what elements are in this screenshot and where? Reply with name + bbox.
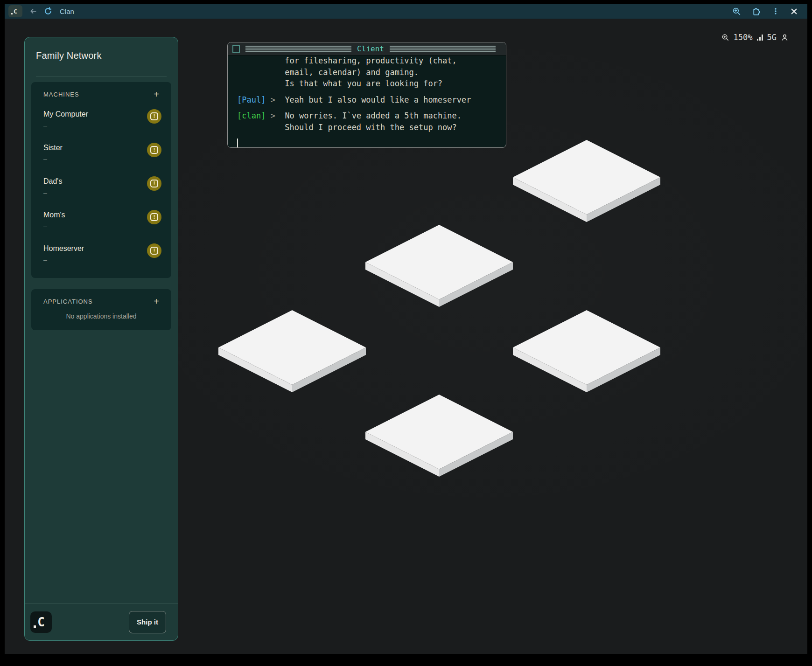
machine-subtext: – xyxy=(43,122,159,129)
ship-it-button[interactable]: Ship it xyxy=(129,611,166,633)
machine-name: My Computer xyxy=(43,110,159,118)
terminal-line: Is that what you are looking for? xyxy=(237,78,506,90)
machine-name: Dad's xyxy=(43,177,159,186)
machine-item[interactable]: Sister–! xyxy=(43,138,159,172)
refresh-icon[interactable] xyxy=(44,7,52,15)
kebab-menu-icon[interactable] xyxy=(771,7,780,15)
terminal-titlebar[interactable]: Client xyxy=(228,42,506,56)
terminal-title: Client xyxy=(357,44,384,53)
terminal-line: [clan] > No worries. I`ve added a 5th ma… xyxy=(237,110,506,122)
message-text: No worries. I`ve added a 5th machine. xyxy=(285,111,462,120)
warning-status-icon: ! xyxy=(147,143,161,157)
message-text: for filesharing, productivity (chat, xyxy=(237,56,457,65)
divider xyxy=(36,76,167,76)
machine-subtext: – xyxy=(43,256,159,264)
warning-status-icon: ! xyxy=(147,210,161,224)
warning-status-icon: ! xyxy=(147,243,161,258)
machine-item[interactable]: Homeserver–! xyxy=(43,239,159,272)
back-arrow-icon[interactable] xyxy=(29,7,37,15)
message-text: Should I proceed with the setup now? xyxy=(237,123,457,132)
message-text: email, calendar) and gaming. xyxy=(237,68,419,77)
person-icon[interactable] xyxy=(781,34,789,42)
zoom-magnifier-icon xyxy=(721,34,729,42)
message-text: Is that what you are looking for? xyxy=(237,79,442,88)
tab-title: Clan xyxy=(60,7,74,15)
family-network-sidebar: Family Network MACHINES + My Computer–!S… xyxy=(24,37,178,641)
machine-name: Sister xyxy=(43,144,159,152)
machine-subtext: – xyxy=(43,222,159,230)
terminal-line: for filesharing, productivity (chat, xyxy=(237,56,506,67)
message-text: Yeah but I also would like a homeserver xyxy=(285,95,471,104)
applications-empty-text: No applications installed xyxy=(43,312,159,320)
clan-logo-icon: C xyxy=(30,611,52,633)
machine-item[interactable]: Dad's–! xyxy=(43,172,159,205)
terminal-input-line[interactable] xyxy=(237,139,506,147)
sidebar-footer: C Ship it xyxy=(25,603,178,640)
terminal-line: Should I proceed with the setup now? xyxy=(237,122,506,133)
machine-subtext: – xyxy=(43,189,159,196)
close-window-icon[interactable] xyxy=(790,7,798,15)
machines-header: MACHINES xyxy=(43,91,79,98)
terminal-body[interactable]: for filesharing, productivity (chat, ema… xyxy=(228,56,506,147)
machine-tile[interactable] xyxy=(218,310,366,392)
applications-header: APPLICATIONS xyxy=(43,298,93,305)
speaker-prefix: [Paul] xyxy=(237,95,266,104)
terminal-line: [Paul] > Yeah but I also would like a ho… xyxy=(237,94,506,106)
titlebar-stripes xyxy=(245,46,351,52)
text-cursor xyxy=(237,139,238,147)
sidebar-header: Family Network xyxy=(25,37,178,76)
status-overlay: 150% 5G xyxy=(721,33,789,42)
add-application-button[interactable]: + xyxy=(154,298,159,305)
machine-item[interactable]: My Computer–! xyxy=(43,104,159,138)
machine-name: Homeserver xyxy=(43,244,159,253)
extensions-puzzle-icon[interactable] xyxy=(751,7,761,16)
machines-list: My Computer–!Sister–!Dad's–!Mom's–!Homes… xyxy=(43,104,159,272)
machine-tile[interactable] xyxy=(365,395,513,477)
warning-status-icon: ! xyxy=(147,176,161,191)
machine-tile[interactable] xyxy=(513,310,660,392)
terminal-close-box[interactable] xyxy=(232,45,240,53)
machine-tile[interactable] xyxy=(365,225,513,307)
machine-tile[interactable] xyxy=(513,140,660,222)
machine-item[interactable]: Mom's–! xyxy=(43,205,159,239)
applications-panel: APPLICATIONS + No applications installed xyxy=(31,289,171,330)
machine-subtext: – xyxy=(43,155,159,163)
add-machine-button[interactable]: + xyxy=(154,90,159,98)
browser-chrome-bar: C Clan xyxy=(5,4,807,19)
client-terminal-window: Client for filesharing, productivity (ch… xyxy=(227,42,506,148)
sidebar-title: Family Network xyxy=(36,50,167,61)
machine-name: Mom's xyxy=(43,211,159,219)
app-canvas: 150% 5G Client for filesharing, producti… xyxy=(5,19,807,654)
network-label: 5G xyxy=(767,33,777,42)
machines-panel: MACHINES + My Computer–!Sister–!Dad's–!M… xyxy=(31,82,171,278)
warning-status-icon: ! xyxy=(147,109,161,124)
signal-bars-icon xyxy=(757,35,763,41)
speaker-prefix: [clan] xyxy=(237,111,266,120)
terminal-line: email, calendar) and gaming. xyxy=(237,67,506,78)
clan-favicon-icon: C xyxy=(8,5,22,17)
zoom-level: 150% xyxy=(734,33,753,42)
zoom-in-icon[interactable] xyxy=(732,7,741,16)
titlebar-stripes xyxy=(390,46,496,52)
